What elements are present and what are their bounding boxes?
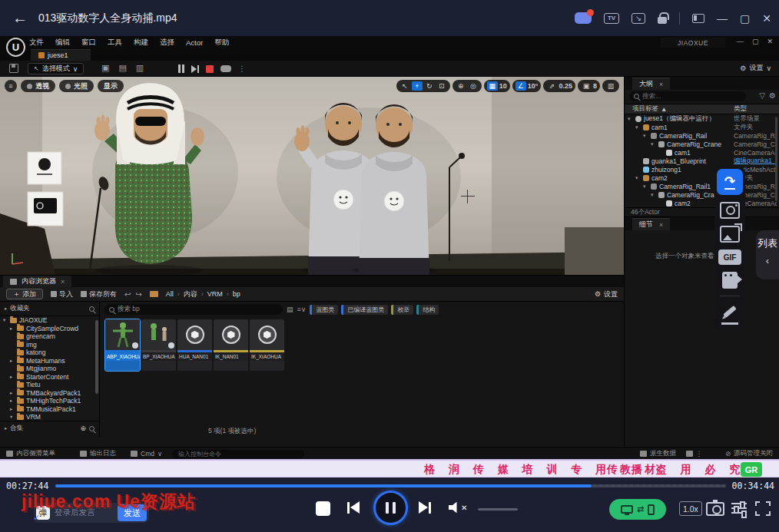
screenshot-button[interactable] [706,502,724,516]
outliner-row[interactable]: ▾ CameraRig_Crane CameraRig_Cr [625,140,779,148]
lock-icon[interactable] [658,17,667,24]
asset-search-input[interactable]: 搜索 bp [104,304,283,315]
viewport-lit-button[interactable]: 光照 [59,80,94,92]
pause-button[interactable] [373,491,408,525]
camera-speed-icon[interactable]: ▣ [581,81,592,91]
search-icon[interactable] [89,426,94,431]
asset-tile[interactable]: ABP_XIAOHUA [105,319,140,371]
folder-row[interactable]: ▾ VRM [0,413,99,421]
expand-arrow-icon[interactable]: ▸ [10,358,15,364]
stop-button[interactable] [316,501,330,516]
close-icon[interactable]: × [659,221,663,229]
folder-row[interactable]: ▸ TMBackyardPack1 [0,389,99,398]
filter-chip[interactable]: 蓝图类 [310,305,338,315]
folder-row[interactable]: ▸ TMHighTechPack1 [0,397,99,405]
output-log-button[interactable]: 输出日志 [80,448,116,460]
folder-row[interactable]: ▸ TMMusicalPack1 [0,405,99,414]
next-button[interactable] [419,501,431,514]
outliner-row[interactable]: ▾ CameraRig_Cran CameraRig_Cr [625,190,779,199]
folder-icon[interactable] [150,291,158,297]
camera-speed-value[interactable]: 8 [593,82,597,90]
ue-viewport[interactable]: ≡ 透视 光照 显示 ↖ + ↻ ⊡ ⊕ ◎ ▦10 ∠10° ⇗0.25 [0,77,624,275]
folder-row[interactable]: ▸ StarterContent [0,373,99,382]
video-capture-icon[interactable] [722,272,738,289]
source-control-button[interactable]: ⊘源码管理关闭 [725,448,773,460]
outliner-row[interactable]: ▾ cam2 文件夹 [625,173,779,182]
console-input[interactable]: 输入控制台命令 [172,450,304,458]
ue-settings-dropdown[interactable]: ⚙ 设置 ∨ [740,63,771,73]
pie-options-icon[interactable]: ⋮ [238,64,246,73]
surface-snap-icon[interactable]: ◎ [468,81,479,91]
world-space-icon[interactable]: ⊕ [456,81,466,91]
scale-tool-icon[interactable]: ⊡ [436,81,447,91]
pencil-annotate-icon[interactable] [717,299,743,325]
outliner-row[interactable]: ▾ CameraRig_Rail CameraRig_Ra [625,131,779,140]
cinematics-icon[interactable]: ▥ [136,63,144,73]
outliner-row[interactable]: ▾ juese1（编辑器中运行） 世界场景 [625,114,779,123]
ue-minimize-button[interactable]: — [737,38,744,45]
expand-arrow-icon[interactable]: ▸ [10,390,15,396]
folder-row[interactable]: img [0,341,99,349]
expand-arrow-icon[interactable]: ▾ [3,317,8,323]
asset-tile[interactable]: HUA_NAN01 [177,319,212,371]
mute-button[interactable]: ✕ [449,501,467,514]
device-cast-button[interactable]: ⇄ [609,499,666,520]
ue-menu-item[interactable]: 窗口 [81,38,96,48]
breadcrumb-item[interactable]: bp› [233,290,240,298]
rotate-tool-icon[interactable]: ↻ [424,81,435,91]
outliner-row[interactable]: cam2 CineCameraAc [625,199,779,207]
expand-arrow-icon[interactable]: ▾ [628,116,633,122]
settings-sliders-button[interactable] [731,501,747,516]
ue-menu-item[interactable]: 构建 [134,38,148,48]
folder-row[interactable]: ▸ MetaHumans [0,357,99,365]
angle-snap-value[interactable]: 10° [528,82,539,90]
close-button[interactable]: ✕ [762,12,771,25]
move-tool-icon[interactable]: + [412,81,423,91]
import-button[interactable]: 导入 [51,289,73,299]
pie-pause-button[interactable] [178,64,184,73]
tv-cast-icon[interactable]: TV [604,13,619,24]
scale-snap-icon[interactable]: ⇗ [546,81,557,91]
outliner-scrollbar[interactable] [775,117,777,201]
grid-snap-value[interactable]: 10 [499,82,507,90]
expand-arrow-icon[interactable]: ▸ [10,325,15,332]
expand-arrow-icon[interactable]: ▾ [651,141,656,147]
maximize-button[interactable]: ▢ [740,12,750,25]
camera-capture-icon[interactable] [720,202,740,219]
viewport-menu-icon[interactable]: ≡ [5,80,17,92]
back-icon[interactable]: ← [12,9,28,27]
fullscreen-button[interactable] [755,501,771,516]
expand-arrow-icon[interactable]: ▸ [5,425,7,431]
ue-close-button[interactable]: ✕ [767,38,773,45]
filter-dropdown-icon[interactable]: ≡∨ [297,306,307,313]
expand-arrow-icon[interactable]: ▸ [10,398,15,404]
playback-speed-button[interactable]: 1.0x [679,501,702,516]
outliner-row[interactable]: cam1 CineCameraAc [625,148,779,157]
volume-slider[interactable] [478,508,518,511]
folder-row[interactable]: Mtgjianmo [0,365,99,373]
details-tab[interactable]: 细节× [632,218,670,230]
close-icon[interactable]: × [61,278,65,286]
search-icon[interactable] [89,306,94,312]
grid-snap-icon[interactable]: ▦ [487,81,498,91]
ue-level-tab[interactable]: juese1 [31,49,91,61]
derived-data-button[interactable]: 派生数据 [640,448,676,460]
content-drawer-button[interactable]: 内容侧滑菜单 [6,448,55,460]
outliner-settings-icon[interactable]: ⚙ [769,91,776,100]
unreal-logo-icon[interactable]: U [6,38,25,57]
video-frame[interactable]: U 文件编辑窗口工具构建选择Actor帮助 JIAOXUE — ▢ ✕ jues… [0,36,779,477]
expand-arrow-icon[interactable]: ▸ [5,306,7,312]
previous-button[interactable] [347,501,360,514]
filter-chip[interactable]: 结构 [416,305,439,315]
asset-tile[interactable]: BP_XIAOHUA [141,319,176,371]
viewport-show-button[interactable]: 显示 [98,80,124,92]
ue-restore-button[interactable]: ▢ [752,38,759,45]
cmd-dropdown[interactable]: Cmd∨ [131,448,162,460]
ue-menu-item[interactable]: 编辑 [55,38,70,48]
expand-arrow-icon[interactable]: ▾ [643,133,648,139]
mini-window-icon[interactable] [692,14,704,23]
add-actor-icon[interactable]: ▣ [101,63,109,73]
expand-arrow-icon[interactable]: ▾ [635,124,641,131]
save-search-icon[interactable]: ▤ [287,306,293,313]
outliner-row[interactable]: zhuizong1 StaticMeshAct [625,165,779,173]
